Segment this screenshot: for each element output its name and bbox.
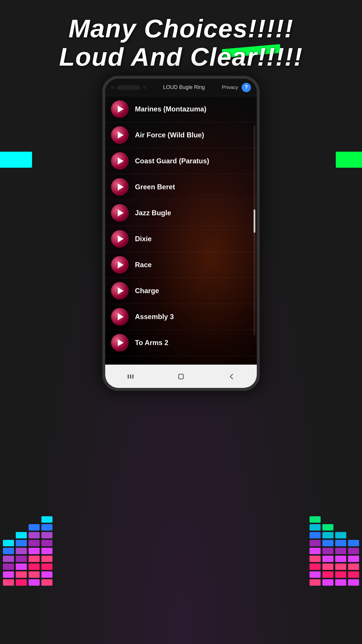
song-item: Jazz Bugle [105,200,257,226]
song-item: Green Beret [105,174,257,200]
song-item: Charge [105,278,257,304]
green-bar-right [336,152,362,168]
song-list-container: Marines (Montazuma)Air Force (Wild Blue)… [105,96,257,356]
play-button-9[interactable] [111,308,129,326]
svg-rect-3 [179,374,183,379]
play-icon [118,287,124,294]
play-icon [118,158,124,164]
phone-power-button [257,137,260,160]
song-item: Marines (Montazuma) [105,96,257,122]
header-text: Many Choices!!!!! Loud and Clear!!!!! [0,15,362,71]
play-button-2[interactable] [111,126,129,144]
camera-dot [111,86,114,89]
song-name: Air Force (Wild Blue) [135,131,204,139]
song-name: Coast Guard (Paratus) [135,157,209,165]
phone-screen: LOUD Bugle Ring Privacy ? Marines (Monta… [105,79,257,388]
phone-top-bar: LOUD Bugle Ring Privacy ? [105,79,257,96]
phone-frame: LOUD Bugle Ring Privacy ? Marines (Monta… [102,76,260,391]
song-name: Green Beret [135,183,175,191]
play-icon [118,313,124,320]
song-item: Race [105,252,257,278]
play-button-1[interactable] [111,100,129,118]
play-button-8[interactable] [111,282,129,300]
svg-rect-0 [128,374,129,379]
help-button[interactable]: ? [242,83,251,92]
play-icon [118,339,124,346]
play-button-6[interactable] [111,230,129,248]
speaker-slot [117,85,140,90]
nav-back-button[interactable] [227,372,236,381]
top-bar-actions: Privacy ? [222,83,251,92]
song-name: Charge [135,287,159,295]
svg-rect-2 [132,374,133,379]
play-button-4[interactable] [111,178,129,196]
nav-home-button[interactable] [177,372,185,381]
eq-bars-right [310,323,362,586]
eq-bars-left [0,323,52,586]
play-button-5[interactable] [111,204,129,222]
song-item: To Arms 2 [105,330,257,356]
header-line2: Loud and Clear!!!!! [0,43,362,71]
play-icon [118,261,124,268]
song-item: Air Force (Wild Blue) [105,122,257,148]
cyan-bar-left [0,152,32,168]
svg-rect-1 [130,374,131,379]
song-item: Assembly 3 [105,304,257,330]
privacy-link[interactable]: Privacy [222,85,238,90]
song-item: Coast Guard (Paratus) [105,148,257,174]
nav-menu-button[interactable] [126,372,135,381]
song-name: Jazz Bugle [135,209,171,217]
play-icon [118,183,124,190]
song-name: Marines (Montazuma) [135,105,206,113]
play-icon [118,209,124,216]
song-name: To Arms 2 [135,339,168,347]
play-icon [118,106,124,113]
app-title: LOUD Bugle Ring [163,84,205,90]
play-button-3[interactable] [111,152,129,170]
phone-bottom-nav [105,365,257,388]
song-item: Dixie [105,226,257,252]
song-name: Dixie [135,235,152,243]
song-name: Assembly 3 [135,313,174,321]
play-icon [118,235,124,242]
play-icon [118,132,124,139]
song-list: Marines (Montazuma)Air Force (Wild Blue)… [105,96,257,365]
play-button-7[interactable] [111,256,129,274]
play-button-10[interactable] [111,334,129,351]
header-line1: Many Choices!!!!! [0,15,362,43]
sensor-dot [143,86,146,89]
song-name: Race [135,261,152,269]
